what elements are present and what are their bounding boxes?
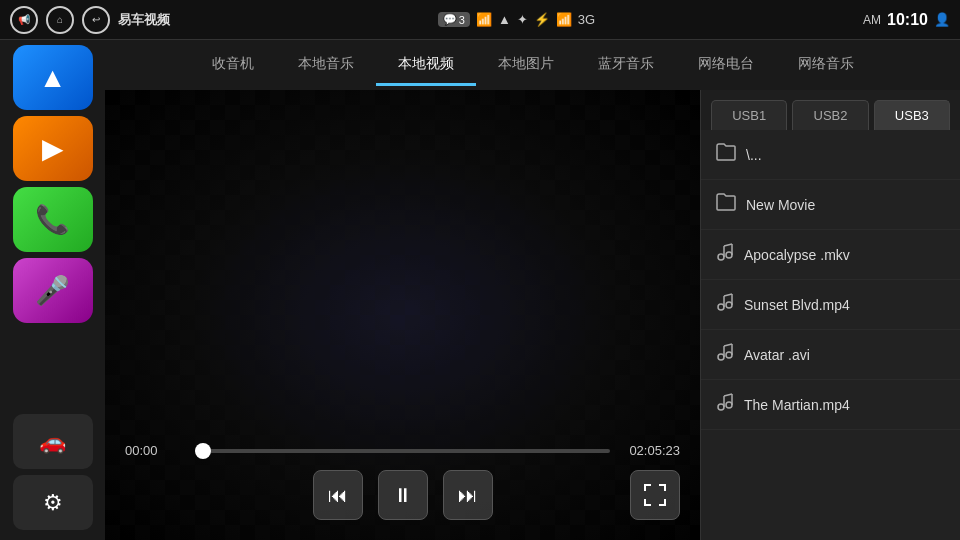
tab-local-video[interactable]: 本地视频 — [376, 45, 476, 86]
svg-point-5 — [718, 304, 724, 310]
file-name-sunset: Sunset Blvd.mp4 — [744, 297, 945, 313]
music-icon-2 — [716, 293, 734, 316]
music-icon-3 — [716, 343, 734, 366]
svg-line-3 — [724, 244, 732, 246]
time-current: 00:00 — [125, 443, 180, 458]
main-content: 00:00 02:05:23 ⏮ ⏸ ⏭ — [105, 90, 960, 540]
svg-point-0 — [718, 254, 724, 260]
progress-bar[interactable] — [195, 449, 610, 453]
time-total: 02:05:23 — [625, 443, 680, 458]
svg-point-16 — [726, 402, 732, 408]
folder-icon-2 — [716, 193, 736, 216]
sidebar-item-voice[interactable]: 🎤 — [13, 258, 93, 323]
file-name-new-movie: New Movie — [746, 197, 945, 213]
tab-radio[interactable]: 收音机 — [190, 45, 276, 86]
sidebar-item-car[interactable]: 🚗 — [13, 414, 93, 469]
nav-icon: ▲ — [39, 62, 67, 94]
avatar-icon: 👤 — [934, 12, 950, 27]
svg-point-15 — [718, 404, 724, 410]
signal-icon-2: 3G — [578, 12, 595, 27]
progress-thumb[interactable] — [195, 443, 211, 459]
logo-area: 易车视频 — [118, 11, 170, 29]
bluetooth-icon: ✦ — [517, 12, 528, 27]
am-label: AM — [863, 13, 881, 27]
message-badge: 💬 3 — [438, 12, 470, 27]
file-name-avatar: Avatar .avi — [744, 347, 945, 363]
file-list: \... New Movie — [701, 130, 960, 540]
fullscreen-button[interactable] — [630, 470, 680, 520]
file-item-avatar[interactable]: Avatar .avi — [701, 330, 960, 380]
play-icon: ▶ — [42, 132, 64, 165]
usb-tabs: USB1 USB2 USB3 — [701, 90, 960, 130]
svg-point-6 — [726, 302, 732, 308]
pause-icon: ⏸ — [393, 484, 413, 507]
pause-button[interactable]: ⏸ — [378, 470, 428, 520]
logo-text: 易车视频 — [118, 11, 170, 29]
settings-icon: ⚙ — [43, 490, 63, 516]
file-browser: USB1 USB2 USB3 \... New Movie — [700, 90, 960, 540]
time-bar-row: 00:00 02:05:23 — [125, 443, 680, 458]
svg-line-8 — [724, 294, 732, 296]
signal-icon-1: 📶 — [476, 12, 492, 27]
tab-local-photo[interactable]: 本地图片 — [476, 45, 576, 86]
svg-line-18 — [724, 394, 732, 396]
sidebar-bottom: 🚗 ⚙ — [13, 414, 93, 540]
back-icon: ↩ — [82, 6, 110, 34]
status-right: AM 10:10 👤 — [863, 11, 950, 29]
controls-row: ⏮ ⏸ ⏭ — [125, 470, 680, 520]
usb-tab-2[interactable]: USB2 — [792, 100, 868, 130]
player-controls: 00:00 02:05:23 ⏮ ⏸ ⏭ — [105, 433, 700, 540]
clock: 10:10 — [887, 11, 928, 29]
sidebar-item-media[interactable]: ▶ — [13, 116, 93, 181]
tab-local-music[interactable]: 本地音乐 — [276, 45, 376, 86]
svg-line-13 — [724, 344, 732, 346]
file-item-sunset[interactable]: Sunset Blvd.mp4 — [701, 280, 960, 330]
folder-icon — [716, 143, 736, 166]
volume-icon: 📢 — [10, 6, 38, 34]
next-icon: ⏭ — [458, 484, 478, 507]
sidebar-item-settings[interactable]: ⚙ — [13, 475, 93, 530]
fullscreen-icon — [644, 484, 666, 506]
sidebar-item-phone[interactable]: 📞 — [13, 187, 93, 252]
status-bar: 📢 ⌂ ↩ 易车视频 💬 3 📶 ▲ ✦ ⚡ 📶 3G AM 10:10 👤 — [0, 0, 960, 40]
tab-network-music[interactable]: 网络音乐 — [776, 45, 876, 86]
file-name-apocalypse: Apocalypse .mkv — [744, 247, 945, 263]
tab-network-radio[interactable]: 网络电台 — [676, 45, 776, 86]
prev-button[interactable]: ⏮ — [313, 470, 363, 520]
usb-icon: ⚡ — [534, 12, 550, 27]
mic-icon: 🎤 — [35, 274, 70, 307]
prev-icon: ⏮ — [328, 484, 348, 507]
location-icon: ▲ — [498, 12, 511, 27]
tab-bluetooth-music[interactable]: 蓝牙音乐 — [576, 45, 676, 86]
wifi-icon: 📶 — [556, 12, 572, 27]
file-name-parent: \... — [746, 147, 945, 163]
music-icon-4 — [716, 393, 734, 416]
nav-tabs: 收音机 本地音乐 本地视频 本地图片 蓝牙音乐 网络电台 网络音乐 — [105, 40, 960, 90]
file-item-apocalypse[interactable]: Apocalypse .mkv — [701, 230, 960, 280]
usb-tab-3[interactable]: USB3 — [874, 100, 950, 130]
status-center: 💬 3 📶 ▲ ✦ ⚡ 📶 3G — [438, 12, 595, 27]
file-name-martian: The Martian.mp4 — [744, 397, 945, 413]
svg-point-1 — [726, 252, 732, 258]
music-icon-1 — [716, 243, 734, 266]
car-icon: 🚗 — [39, 429, 66, 455]
file-item-new-movie[interactable]: New Movie — [701, 180, 960, 230]
svg-point-11 — [726, 352, 732, 358]
phone-icon: 📞 — [35, 203, 70, 236]
status-left: 📢 ⌂ ↩ 易车视频 — [10, 6, 170, 34]
sidebar: ▲ ▶ 📞 🎤 🚗 ⚙ — [0, 40, 105, 540]
video-player: 00:00 02:05:23 ⏮ ⏸ ⏭ — [105, 90, 700, 540]
svg-point-10 — [718, 354, 724, 360]
usb-tab-1[interactable]: USB1 — [711, 100, 787, 130]
home-icon: ⌂ — [46, 6, 74, 34]
sidebar-item-nav[interactable]: ▲ — [13, 45, 93, 110]
next-button[interactable]: ⏭ — [443, 470, 493, 520]
file-item-martian[interactable]: The Martian.mp4 — [701, 380, 960, 430]
file-item-parent[interactable]: \... — [701, 130, 960, 180]
